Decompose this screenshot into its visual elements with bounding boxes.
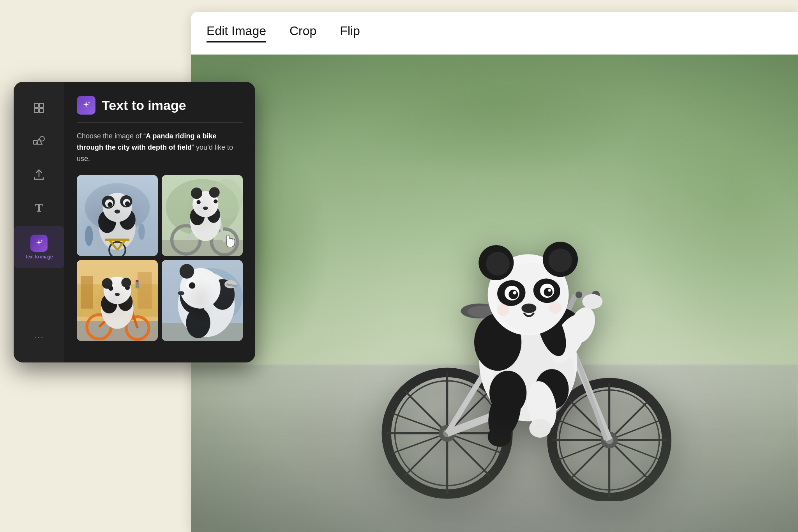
tab-edit-image[interactable]: Edit Image — [207, 24, 266, 42]
left-panel: T Text to image ··· — [14, 82, 255, 362]
svg-point-88 — [125, 201, 130, 206]
svg-point-62 — [521, 304, 536, 313]
sidebar-item-text-to-image[interactable]: Text to image — [14, 226, 64, 268]
svg-rect-124 — [138, 272, 152, 309]
svg-point-60 — [513, 291, 517, 295]
svg-point-117 — [203, 207, 208, 210]
tab-crop[interactable]: Crop — [290, 24, 316, 42]
svg-point-157 — [180, 264, 194, 279]
sidebar: T Text to image ··· — [14, 82, 64, 362]
svg-point-115 — [191, 188, 202, 199]
sidebar-item-upload[interactable] — [14, 160, 64, 189]
sidebar-item-layout[interactable] — [14, 94, 64, 122]
shapes-icon — [33, 135, 45, 147]
sidebar-item-more[interactable]: ··· — [14, 323, 64, 351]
panda-bicycle-illustration — [373, 197, 677, 501]
grid-item-2[interactable] — [162, 175, 243, 256]
svg-point-51 — [486, 252, 510, 276]
panda-img-1-svg — [77, 175, 158, 256]
svg-point-116 — [209, 187, 220, 198]
svg-rect-123 — [81, 276, 93, 309]
grid-item-3[interactable] — [77, 260, 158, 341]
svg-rect-70 — [39, 103, 44, 108]
panel-ai-icon — [77, 96, 95, 115]
description-prefix: Choose the image of “ — [77, 132, 146, 140]
svg-point-33 — [576, 292, 582, 298]
sidebar-item-shapes[interactable] — [14, 126, 64, 156]
cursor-pointer-icon — [223, 231, 237, 250]
svg-point-68 — [529, 419, 551, 438]
panel-content: Text to image Choose the image of “A pan… — [64, 82, 255, 362]
svg-point-63 — [497, 304, 509, 316]
tab-flip[interactable]: Flip — [340, 24, 360, 42]
title-divider — [77, 122, 243, 123]
svg-point-126 — [136, 280, 138, 282]
sparkle-icon — [34, 239, 44, 248]
ai-icon-badge — [30, 235, 48, 252]
svg-point-61 — [548, 289, 551, 292]
svg-point-152 — [186, 308, 210, 338]
svg-point-114 — [214, 200, 217, 203]
svg-point-113 — [196, 200, 200, 204]
svg-point-59 — [544, 288, 553, 297]
svg-rect-72 — [39, 108, 44, 113]
panel-title: Text to image — [102, 98, 186, 113]
text-icon: T — [35, 202, 43, 214]
svg-rect-69 — [34, 103, 39, 108]
svg-point-143 — [102, 278, 112, 289]
panel-title-row: Text to image — [77, 96, 243, 115]
layout-icon — [33, 102, 45, 114]
svg-rect-71 — [34, 108, 39, 113]
svg-point-53 — [549, 249, 572, 272]
more-icon: ··· — [34, 331, 44, 342]
svg-point-64 — [549, 302, 561, 314]
grid-item-4[interactable] — [162, 260, 243, 341]
svg-point-66 — [488, 426, 512, 447]
hand-cursor-svg — [223, 231, 237, 247]
svg-point-144 — [121, 278, 131, 288]
svg-point-156 — [189, 283, 196, 289]
svg-point-145 — [115, 293, 120, 296]
svg-point-78 — [138, 224, 145, 240]
edit-image-header: Edit Image Crop Flip — [191, 12, 798, 55]
panel-sparkle-icon — [81, 100, 91, 110]
panda-img-3-svg — [77, 260, 158, 341]
svg-point-74 — [40, 136, 44, 141]
sidebar-item-text-to-image-label: Text to image — [25, 254, 53, 260]
grid-item-1[interactable] — [77, 175, 158, 256]
svg-point-158 — [178, 291, 185, 295]
panda-img-4-svg — [162, 260, 243, 341]
panel-description: Choose the image of “A panda riding a bi… — [77, 131, 243, 164]
image-grid — [77, 175, 243, 341]
edit-image-panel: Edit Image Crop Flip — [191, 12, 798, 532]
svg-point-77 — [85, 226, 93, 246]
svg-point-58 — [508, 290, 518, 299]
sidebar-item-text[interactable]: T — [14, 193, 64, 222]
upload-icon — [33, 168, 45, 181]
svg-point-46 — [582, 294, 602, 309]
svg-point-87 — [108, 202, 112, 207]
svg-point-89 — [115, 210, 120, 214]
main-image-canvas — [191, 55, 798, 532]
